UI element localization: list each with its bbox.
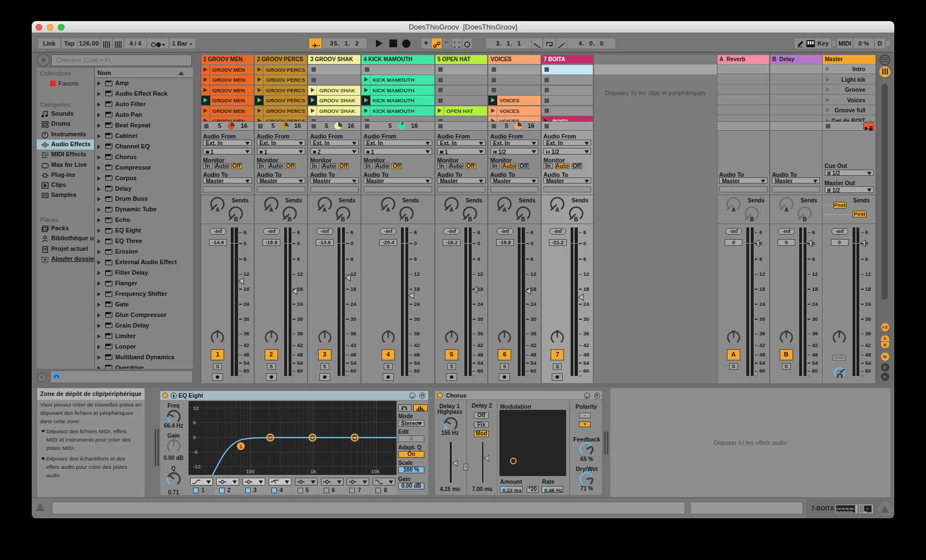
svg-text:10k: 10k [371,468,380,474]
svg-text:1: 1 [240,444,242,449]
svg-text:0: 0 [193,434,196,440]
svg-text:4: 4 [353,435,356,440]
svg-text:1k: 1k [310,468,316,474]
svg-text:12: 12 [193,405,199,411]
svg-text:6: 6 [193,419,196,425]
svg-text:3: 3 [311,435,314,440]
svg-text:2: 2 [269,435,271,440]
svg-text:100: 100 [246,468,255,474]
svg-text:-12: -12 [193,463,201,469]
svg-text:-6: -6 [193,449,197,455]
